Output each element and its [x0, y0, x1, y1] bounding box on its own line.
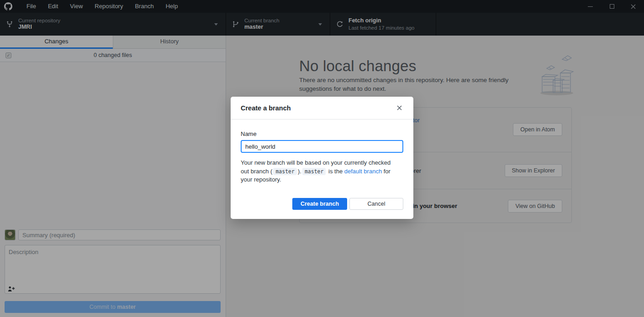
cancel-button[interactable]: Cancel: [349, 198, 403, 210]
default-branch-link[interactable]: default branch: [344, 168, 382, 175]
name-label: Name: [241, 130, 403, 137]
dialog-footer: Create branch Cancel: [231, 188, 413, 219]
dialog-title: Create a branch: [241, 104, 291, 112]
create-branch-button[interactable]: Create branch: [292, 198, 347, 210]
dialog-description: Your new branch will be based on your cu…: [241, 159, 400, 184]
description-text: ).: [298, 168, 301, 175]
dialog-header: Create a branch: [231, 97, 413, 120]
branch-name-input[interactable]: [241, 140, 403, 153]
dialog-body: Name Your new branch will be based on yo…: [231, 120, 413, 188]
branch-code-chip: master: [273, 168, 297, 175]
close-icon: [397, 105, 402, 110]
description-text: is the: [327, 168, 344, 175]
branch-code-chip: master: [302, 168, 326, 175]
dialog-close-button[interactable]: [394, 103, 404, 113]
create-branch-dialog: Create a branch Name Your new branch wil…: [231, 97, 413, 219]
